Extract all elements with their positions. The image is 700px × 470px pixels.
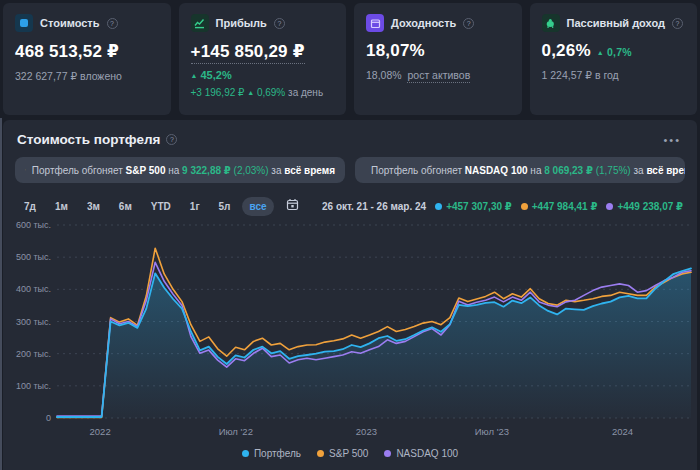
more-menu-icon[interactable]: ••• <box>663 134 681 146</box>
date-range: 26 окт. 21 - 26 мар. 24 <box>322 201 426 212</box>
range-button-5л[interactable]: 5л <box>212 197 238 216</box>
asset-growth: 18,08% рост активов <box>366 69 510 81</box>
series-dot-icon <box>606 203 613 210</box>
calendar-icon <box>286 198 299 211</box>
card-yield: Доходность ? 18,07% 18,08% рост активов <box>354 3 522 115</box>
series-dot-icon <box>317 450 324 457</box>
series-dot-icon <box>242 450 249 457</box>
page-edge-divider <box>0 118 2 470</box>
value-square-icon <box>15 14 33 32</box>
svg-text:0: 0 <box>46 413 51 423</box>
period-info: 26 окт. 21 - 26 мар. 24 +457 307,30 ₽+44… <box>322 201 683 212</box>
calendar-button[interactable] <box>282 196 303 216</box>
rocket-icon <box>25 164 26 176</box>
stat-cards-row: Стоимость ? 468 513,52 ₽ 322 627,77 ₽ вл… <box>0 0 700 115</box>
benchmark-banners: Портфель обгоняет S&P 500 на 9 322,88 ₽ … <box>3 147 697 183</box>
banner-vs-sp500: Портфель обгоняет S&P 500 на 9 322,88 ₽ … <box>15 157 345 183</box>
gain-S&P 500: +447 984,41 ₽ <box>521 201 598 212</box>
help-icon[interactable]: ? <box>463 18 474 29</box>
passive-income-year: 1 224,57 ₽ в год <box>542 69 686 81</box>
range-button-1м[interactable]: 1м <box>48 197 75 216</box>
profit-value: +145 850,29 ₽ <box>191 42 305 64</box>
card-passive-income: Пассивный доход ? 0,26%▲ 0,7% 1 224,57 ₽… <box>530 3 698 115</box>
profit-percent: ▲ 45,2% <box>191 69 335 81</box>
range-button-7д[interactable]: 7д <box>17 197 43 216</box>
banner-vs-nasdaq: Портфель обгоняет NASDAQ 100 на 8 069,23… <box>355 157 685 183</box>
svg-text:2023: 2023 <box>356 426 377 437</box>
range-button-1г[interactable]: 1г <box>183 197 207 216</box>
series-dot-icon <box>435 203 442 210</box>
gain-Портфель: +457 307,30 ₽ <box>435 201 512 212</box>
help-icon[interactable]: ? <box>672 18 683 29</box>
svg-text:300 тыс.: 300 тыс. <box>16 317 51 327</box>
legend-item-NASDAQ 100[interactable]: NASDAQ 100 <box>384 448 458 459</box>
legend-item-Портфель[interactable]: Портфель <box>242 448 301 459</box>
portfolio-value: 468 513,52 ₽ <box>15 41 159 62</box>
up-triangle-icon: ▲ <box>597 49 604 56</box>
card-label: Прибыль <box>216 17 267 29</box>
passive-income-value: 0,26%▲ 0,7% <box>542 41 686 61</box>
svg-text:400 тыс.: 400 тыс. <box>16 284 51 294</box>
svg-text:Июл '23: Июл '23 <box>475 426 509 437</box>
profit-chart-icon <box>191 14 209 32</box>
help-icon[interactable]: ? <box>166 134 177 145</box>
piggy-bank-icon <box>542 14 560 32</box>
series-dot-icon <box>384 450 391 457</box>
time-range-buttons: 7д1м3м6мYTD1г5лвсе <box>17 196 303 216</box>
svg-text:600 тыс.: 600 тыс. <box>16 220 51 230</box>
range-button-все[interactable]: все <box>242 197 273 216</box>
help-icon[interactable]: ? <box>107 18 118 29</box>
legend-item-S&P 500[interactable]: S&P 500 <box>317 448 368 459</box>
svg-text:100 тыс.: 100 тыс. <box>16 381 51 391</box>
yield-value: 18,07% <box>366 41 510 61</box>
portfolio-line-chart[interactable]: 600 тыс.500 тыс.400 тыс.300 тыс.200 тыс.… <box>7 220 699 442</box>
card-profit: Прибыль ? +145 850,29 ₽ ▲ 45,2% +3 196,9… <box>179 3 347 115</box>
card-label: Стоимость <box>40 17 100 29</box>
profit-per-day: +3 196,92 ₽ ▲ 0,69% за день <box>191 87 335 98</box>
up-triangle-icon: ▲ <box>191 72 198 79</box>
svg-text:Июл '22: Июл '22 <box>219 426 253 437</box>
card-portfolio-value: Стоимость ? 468 513,52 ₽ 322 627,77 ₽ вл… <box>3 3 171 115</box>
up-triangle-icon: ▲ <box>247 89 254 96</box>
portfolio-chart-panel: Стоимость портфеля ? ••• Портфель обгоня… <box>3 120 697 470</box>
svg-text:200 тыс.: 200 тыс. <box>16 349 51 359</box>
section-title: Стоимость портфеля <box>17 132 160 147</box>
range-button-YTD[interactable]: YTD <box>144 197 178 216</box>
invested-amount: 322 627,77 ₽ вложено <box>15 70 159 82</box>
card-label: Пассивный доход <box>567 17 665 29</box>
svg-text:500 тыс.: 500 тыс. <box>16 252 51 262</box>
card-label: Доходность <box>391 17 456 29</box>
calendar-yield-icon <box>366 14 384 32</box>
help-icon[interactable]: ? <box>274 18 285 29</box>
range-button-6м[interactable]: 6м <box>112 197 139 216</box>
series-dot-icon <box>521 203 528 210</box>
gain-NASDAQ 100: +449 238,07 ₽ <box>606 201 683 212</box>
chart-legend: ПортфельS&P 500NASDAQ 100 <box>3 448 697 459</box>
svg-text:2022: 2022 <box>90 426 111 437</box>
svg-text:2024: 2024 <box>612 426 633 437</box>
range-button-3м[interactable]: 3м <box>80 197 107 216</box>
